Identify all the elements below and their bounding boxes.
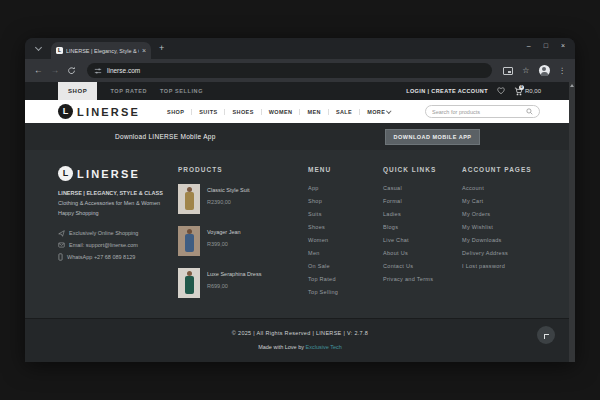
menu-link-app[interactable]: App xyxy=(308,184,338,197)
site-footer: L LINERSE LINERSE | ELEGANCY, STYLE & CL… xyxy=(25,150,575,318)
app-band-text: Download LINERSE Mobile App xyxy=(115,133,216,140)
nav-item-sale[interactable]: SALE xyxy=(328,109,359,115)
back-button[interactable]: ← xyxy=(34,66,43,75)
account-link-account[interactable]: Account xyxy=(462,184,532,197)
tab-search-icon[interactable] xyxy=(33,43,44,54)
nav-item-shoes[interactable]: SHOES xyxy=(224,109,260,115)
menu-link-men[interactable]: Men xyxy=(308,249,338,262)
product-thumbnail[interactable] xyxy=(178,268,200,298)
footer-brand-column: L LINERSE LINERSE | ELEGANCY, STYLE & CL… xyxy=(58,166,170,263)
account-link-my-wishlist[interactable]: My Wishlist xyxy=(462,223,532,236)
scroll-to-top-button[interactable] xyxy=(537,326,555,344)
tab-close-icon[interactable]: × xyxy=(142,47,146,54)
window-minimize-button[interactable]: – xyxy=(527,42,531,49)
account-link-delivery-address[interactable]: Delivery Address xyxy=(462,249,532,262)
browser-action-icon[interactable] xyxy=(503,67,513,75)
chevron-up-icon xyxy=(544,334,549,339)
menu-link-shop[interactable]: Shop xyxy=(308,197,338,210)
site-logo[interactable]: L LINERSE xyxy=(58,104,140,119)
browser-toolbar: ← → linerse.com ☆ ⋮ xyxy=(25,59,575,82)
cart-count-badge: 0 xyxy=(519,85,524,90)
cart-total: R0,00 xyxy=(525,88,541,94)
phone-icon xyxy=(58,253,63,261)
footer-bottom-bar: © 2025 | All Rights Reserved | LINERSE |… xyxy=(25,318,575,362)
new-tab-button[interactable]: + xyxy=(159,44,164,53)
quick-link-blogs[interactable]: Blogs xyxy=(383,223,436,236)
mobile-app-band: Download LINERSE Mobile App DOWNLOAD MOB… xyxy=(25,123,575,150)
product-price: R699,00 xyxy=(207,283,261,289)
tab-favicon-icon: L xyxy=(56,47,63,54)
footer-logo[interactable]: L LINERSE xyxy=(58,166,170,181)
menu-link-shoes[interactable]: Shoes xyxy=(308,223,338,236)
bookmark-star-icon[interactable]: ☆ xyxy=(522,66,529,75)
login-create-account-link[interactable]: LOGIN | CREATE ACCOUNT xyxy=(406,88,488,94)
contact-whatsapp[interactable]: WhatsApp +27 68 089 8129 xyxy=(58,251,170,263)
contact-online-shopping: Exclusively Online Shopping xyxy=(58,227,170,239)
quick-link-privacy-terms[interactable]: Privacy and Terms xyxy=(383,275,436,288)
quick-link-ladies[interactable]: Ladies xyxy=(383,210,436,223)
contact-email[interactable]: Email: support@linerse.com xyxy=(58,239,170,251)
footer-tagline: LINERSE | ELEGANCY, STYLE & CLASS xyxy=(58,190,170,196)
menu-link-top-rated[interactable]: Top Rated xyxy=(308,275,338,288)
address-bar[interactable]: linerse.com xyxy=(87,63,492,78)
topbar-tab-top-rated[interactable]: TOP RATED xyxy=(110,88,147,94)
site-info-icon[interactable] xyxy=(94,67,102,75)
menu-link-top-selling[interactable]: Top Selling xyxy=(308,288,338,301)
menu-link-women[interactable]: Women xyxy=(308,236,338,249)
topbar-tab-top-selling[interactable]: TOP SELLING xyxy=(160,88,203,94)
account-link-my-orders[interactable]: My Orders xyxy=(462,210,532,223)
quick-link-contact-us[interactable]: Contact Us xyxy=(383,262,436,275)
chevron-down-icon xyxy=(387,109,392,114)
search-icon[interactable] xyxy=(526,108,533,115)
wishlist-heart-icon[interactable] xyxy=(497,87,505,95)
window-maximize-button[interactable]: □ xyxy=(544,42,548,49)
webpage: SHOP TOP RATED TOP SELLING LOGIN | CREAT… xyxy=(25,82,575,362)
product-search[interactable] xyxy=(425,105,540,118)
exclusive-tech-link[interactable]: Exclusive Tech xyxy=(306,344,342,350)
page-scrollbar[interactable] xyxy=(569,82,575,362)
product-price: R399,00 xyxy=(207,241,241,247)
product-classic-style-suit[interactable]: Classic Style Suit R2390,00 xyxy=(178,184,300,214)
quick-link-about-us[interactable]: About Us xyxy=(383,249,436,262)
url-text: linerse.com xyxy=(107,67,140,74)
nav-item-men[interactable]: MEN xyxy=(299,109,327,115)
quick-link-formal[interactable]: Formal xyxy=(383,197,436,210)
footer-menu-column: MENU App Shop Suits Shoes Women Men On S… xyxy=(308,166,338,301)
footer-account-column: ACCOUNT PAGES Account My Cart My Orders … xyxy=(462,166,532,275)
quick-link-casual[interactable]: Casual xyxy=(383,184,436,197)
reload-button[interactable] xyxy=(67,66,76,75)
menu-heading: MENU xyxy=(308,166,338,173)
account-link-my-cart[interactable]: My Cart xyxy=(462,197,532,210)
menu-link-on-sale[interactable]: On Sale xyxy=(308,262,338,275)
nav-item-more[interactable]: MORE xyxy=(359,109,398,115)
account-link-lost-password[interactable]: I Lost password xyxy=(462,262,532,275)
nav-item-women[interactable]: WOMEN xyxy=(261,109,300,115)
download-app-button[interactable]: DOWNLOAD MOBILE APP xyxy=(385,129,480,145)
forward-button[interactable]: → xyxy=(51,66,60,75)
product-thumbnail[interactable] xyxy=(178,184,200,214)
tab-title: LINERSE | Elegancy, Style & Cl... xyxy=(66,48,139,54)
product-voyager-jean[interactable]: Voyager Jean R399,00 xyxy=(178,226,300,256)
account-link-my-downloads[interactable]: My Downloads xyxy=(462,236,532,249)
footer-contacts: Exclusively Online Shopping Email: suppo… xyxy=(58,227,170,263)
envelope-icon xyxy=(58,242,65,248)
copyright-text: © 2025 | All Rights Reserved | LINERSE |… xyxy=(25,319,575,336)
profile-avatar[interactable] xyxy=(539,65,550,76)
browser-tab[interactable]: L LINERSE | Elegancy, Style & Cl... × xyxy=(51,42,151,59)
product-luxe-seraphina-dress[interactable]: Luxe Seraphina Dress R699,00 xyxy=(178,268,300,298)
logo-icon: L xyxy=(58,104,73,119)
menu-link-suits[interactable]: Suits xyxy=(308,210,338,223)
browser-menu-icon[interactable]: ⋮ xyxy=(559,66,567,75)
footer-logo-icon: L xyxy=(58,166,73,181)
main-nav: SHOP SUITS SHOES WOMEN MEN SALE MORE xyxy=(160,109,398,115)
nav-item-suits[interactable]: SUITS xyxy=(191,109,224,115)
cart-button[interactable]: 0 R0,00 xyxy=(514,87,541,96)
window-close-button[interactable]: × xyxy=(561,42,565,49)
search-input[interactable] xyxy=(432,109,526,115)
products-heading: PRODUCTS xyxy=(178,166,300,173)
footer-products-column: PRODUCTS Classic Style Suit R2390,00 Voy… xyxy=(178,166,300,310)
topbar-tab-shop[interactable]: SHOP xyxy=(58,82,97,100)
quick-link-live-chat[interactable]: Live Chat xyxy=(383,236,436,249)
nav-item-shop[interactable]: SHOP xyxy=(160,109,191,115)
product-thumbnail[interactable] xyxy=(178,226,200,256)
